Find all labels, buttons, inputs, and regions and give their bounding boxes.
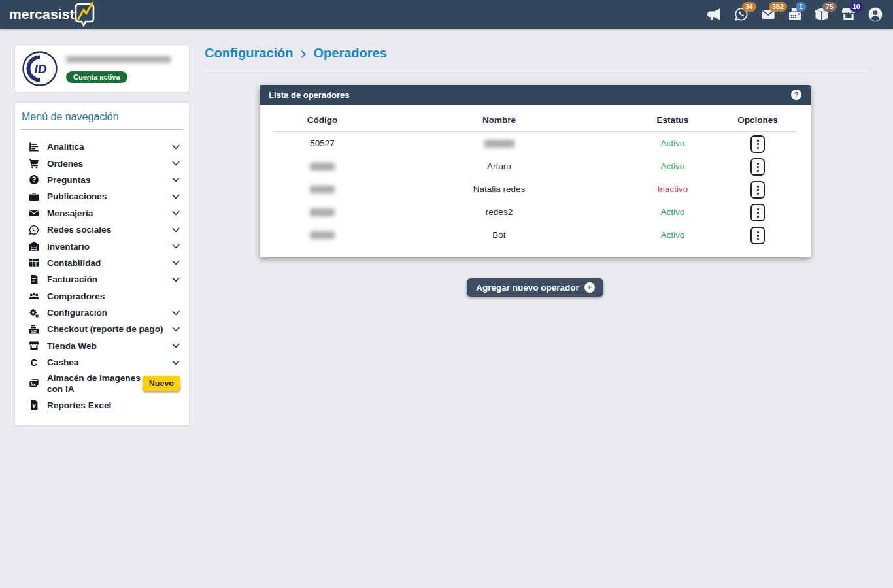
- topbar-icons: 3438217510: [707, 7, 883, 22]
- sidebar-item-contabilidad[interactable]: Contabilidad: [15, 255, 189, 271]
- sidebar-item-label: Ordenes: [47, 158, 83, 169]
- sidebar-item-label: Analítica: [47, 141, 84, 152]
- chevron-down-icon: [171, 225, 180, 235]
- redacted-text: [310, 186, 335, 193]
- cell-nombre: redes2: [371, 207, 627, 217]
- sidebar-item-almacen-de-imagenes-con-ia[interactable]: Almacén de imagenes con IANuevo: [15, 370, 189, 397]
- cell-codigo: [273, 161, 371, 171]
- logo-chart-bubble-icon: [72, 0, 98, 27]
- sidebar-item-mensajeria[interactable]: Mensajería: [15, 205, 189, 221]
- sidebar-item-ordenes[interactable]: Ordenes: [15, 155, 189, 171]
- gears-icon: [28, 308, 40, 318]
- cell-nombre: Natalia redes: [371, 184, 627, 194]
- cell-opciones: [718, 180, 797, 199]
- nav-panel: Menú de navegación AnalíticaOrdenesPregu…: [14, 102, 190, 426]
- breadcrumb-configuracion[interactable]: Configuración: [205, 46, 294, 61]
- excel-icon: [28, 400, 40, 410]
- chevron-right-icon: [299, 49, 308, 59]
- fax-icon[interactable]: 1: [788, 7, 802, 22]
- kebab-icon: [757, 208, 759, 218]
- sidebar-item-analitica[interactable]: Analítica: [15, 139, 189, 155]
- row-options-button[interactable]: [750, 135, 765, 153]
- topbar: mercasist 3438217510: [0, 0, 893, 29]
- sidebar-item-redes-sociales[interactable]: Redes sociales: [15, 221, 189, 238]
- nuevo-badge: Nuevo: [143, 376, 180, 391]
- whatsapp-icon[interactable]: 34: [734, 7, 749, 22]
- warehouse-icon: [28, 241, 40, 252]
- cell-codigo: [273, 230, 371, 240]
- add-operator-button[interactable]: Agregar nuevo operador +: [467, 278, 603, 297]
- cell-nombre: Bot: [371, 230, 627, 240]
- question-icon: [28, 174, 40, 185]
- sidebar-item-label: Publicaciones: [47, 191, 107, 202]
- sidebar-item-tienda-web[interactable]: Tienda Web: [15, 338, 189, 354]
- redacted-text: [484, 140, 514, 148]
- chevron-down-icon: [171, 308, 180, 318]
- sidebar-item-label: Mensajería: [47, 208, 93, 219]
- nav-menu: AnalíticaOrdenesPreguntasPublicacionesMe…: [15, 139, 189, 414]
- chevron-down-icon: [171, 341, 180, 350]
- megaphone-icon[interactable]: [707, 7, 722, 22]
- cell-opciones: [718, 225, 797, 245]
- cell-estatus: Activo: [627, 230, 718, 240]
- actions-row: Agregar nuevo operador +: [260, 278, 811, 297]
- sidebar-item-facturacion[interactable]: Facturación: [15, 271, 189, 287]
- cell-codigo: [273, 184, 371, 194]
- panel-title: Lista de operadores: [269, 90, 350, 100]
- users-icon: [28, 291, 40, 301]
- kebab-icon: [757, 186, 759, 195]
- column-header-nombre: Nombre: [371, 115, 627, 125]
- nav-title: Menú de navegación: [22, 111, 180, 123]
- row-options-button[interactable]: [750, 181, 765, 199]
- cell-estatus: Activo: [627, 161, 718, 171]
- notification-badge: 34: [742, 2, 756, 12]
- sidebar-item-label: Almacén de imagenes con IA: [47, 372, 143, 395]
- redacted-text: [310, 208, 335, 216]
- sidebar-item-label: Cashea: [47, 357, 78, 368]
- kebab-icon: [757, 140, 759, 149]
- user-avatar-icon[interactable]: [868, 7, 883, 22]
- row-options-button[interactable]: [750, 227, 765, 244]
- sidebar-item-configuracion[interactable]: Configuración: [15, 304, 189, 321]
- sidebar-item-publicaciones[interactable]: Publicaciones: [15, 188, 189, 204]
- sidebar-item-compradores[interactable]: Compradores: [15, 288, 189, 304]
- operators-panel: Lista de operadores ? Código Nombre Esta…: [260, 85, 811, 257]
- logo-text: mercasist: [9, 7, 75, 22]
- sidebar: ID Cuenta activa Menú de navegación Anal…: [14, 29, 190, 426]
- add-operator-label: Agregar nuevo operador: [476, 283, 579, 293]
- sidebar-item-checkout-reporte-de-pago[interactable]: Checkout (reporte de pago): [15, 321, 189, 337]
- row-options-button[interactable]: [750, 158, 765, 176]
- breadcrumb-operadores[interactable]: Operadores: [314, 46, 387, 61]
- sidebar-item-label: Contabilidad: [47, 257, 101, 269]
- nav-divider: [20, 129, 184, 130]
- column-header-codigo: Código: [273, 115, 371, 125]
- store-icon[interactable]: 10: [841, 7, 856, 22]
- mail-icon[interactable]: 382: [761, 7, 775, 22]
- cell-codigo: [273, 207, 371, 217]
- notification-badge: 10: [849, 2, 864, 12]
- storefront-icon: [28, 340, 40, 351]
- sidebar-item-label: Compradores: [47, 291, 105, 302]
- notification-badge: 1: [796, 2, 806, 12]
- help-icon[interactable]: ?: [791, 90, 801, 100]
- chevron-down-icon: [171, 275, 180, 284]
- sidebar-item-reportes-excel[interactable]: Reportes Excel: [15, 397, 189, 413]
- panel-body: Código Nombre Estatus Opciones 50527Acti…: [260, 105, 811, 257]
- sidebar-item-cashea[interactable]: CCashea: [15, 354, 189, 370]
- chevron-down-icon: [171, 325, 180, 334]
- table-header-row: Código Nombre Estatus Opciones: [273, 108, 797, 132]
- cart-icon: [28, 158, 40, 169]
- sidebar-item-preguntas[interactable]: Preguntas: [15, 172, 189, 188]
- table-row: Natalia redesInactivo: [273, 178, 797, 201]
- cell-nombre: [371, 139, 627, 148]
- row-options-button[interactable]: [750, 204, 765, 221]
- sidebar-item-inventario[interactable]: Inventario: [15, 238, 189, 254]
- chart-icon: [28, 142, 40, 152]
- envelope-icon: [28, 208, 40, 218]
- breadcrumb: Configuración Operadores: [205, 46, 872, 61]
- box-open-icon[interactable]: 75: [815, 7, 829, 22]
- cell-estatus: Activo: [627, 207, 718, 217]
- sidebar-item-label: Reportes Excel: [47, 400, 111, 411]
- mercasist-logo[interactable]: mercasist: [9, 1, 98, 27]
- table-row: redes2Activo: [273, 201, 797, 223]
